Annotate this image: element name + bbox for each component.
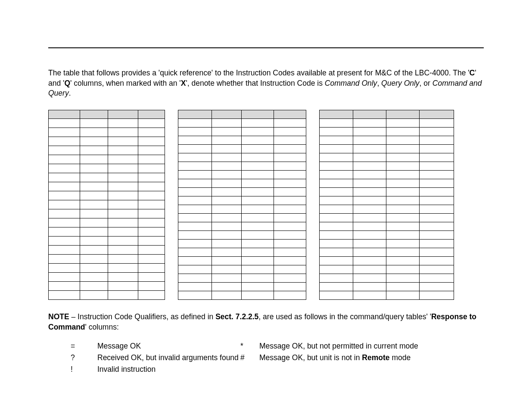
table-cell (108, 218, 138, 227)
table-cell (274, 274, 306, 282)
query-only: Query Only (381, 79, 420, 87)
table-cell (138, 128, 165, 137)
table-cell (386, 282, 420, 291)
table-cell (274, 144, 306, 153)
qualifier-table: = Message OK * Message OK, but not permi… (48, 340, 419, 376)
table-cell (108, 118, 138, 128)
table-cell (320, 170, 353, 179)
table-cell (212, 170, 242, 179)
table-row (320, 153, 454, 162)
table-cell (212, 179, 242, 187)
table-row (320, 127, 454, 136)
qualifier-symbol: ! (49, 364, 96, 375)
table-cell (353, 230, 386, 239)
table-cell (178, 153, 212, 162)
table-cell (353, 118, 386, 127)
table-cell (49, 164, 80, 173)
table-row (178, 187, 306, 196)
table-row (49, 164, 165, 173)
table-cell (80, 173, 108, 182)
table-cell (420, 136, 454, 144)
table-cell (80, 118, 108, 128)
note-text: – Instruction Code Qualifiers, as define… (69, 312, 216, 321)
note-text: ' columns: (85, 323, 119, 331)
table-cell (353, 222, 386, 230)
table-cell (80, 272, 108, 281)
qualifier-symbol: = (49, 341, 96, 352)
table-cell (49, 263, 80, 272)
table-cell (242, 213, 274, 222)
table-cell (49, 236, 80, 245)
table-cell (80, 137, 108, 146)
table-row (320, 256, 454, 265)
table-cell (274, 118, 306, 127)
table-row (320, 230, 454, 239)
table-cell (386, 127, 420, 136)
table-cell (212, 274, 242, 282)
table-cell (178, 196, 212, 205)
table-header-cell (212, 110, 242, 118)
table-cell (49, 155, 80, 164)
table-cell (178, 205, 212, 213)
table-cell (274, 170, 306, 179)
table-cell (320, 291, 353, 299)
table-cell (242, 187, 274, 196)
table-row (320, 291, 454, 299)
table-cell (178, 162, 212, 170)
table-cell (108, 191, 138, 200)
table-cell (274, 153, 306, 162)
letter-q: Q (64, 79, 70, 87)
table-row (178, 127, 306, 136)
command-only: Command Only (325, 79, 377, 87)
table-cell (80, 155, 108, 164)
table-cell (108, 146, 138, 155)
table-cell (80, 236, 108, 245)
table-cell (138, 118, 165, 128)
table-row (320, 213, 454, 222)
table-cell (274, 265, 306, 274)
table-cell (108, 137, 138, 146)
table-header-cell (108, 110, 138, 118)
reference-table-3 (319, 110, 454, 300)
table-cell (353, 265, 386, 274)
table-cell (420, 291, 454, 299)
table-cell (353, 213, 386, 222)
table-cell (386, 213, 420, 222)
table-cell (242, 170, 274, 179)
table-row (320, 136, 454, 144)
table-cell (353, 187, 386, 196)
table-row (320, 282, 454, 291)
table-cell (212, 153, 242, 162)
table-cell (80, 191, 108, 200)
table-cell (178, 256, 212, 265)
table-cell (108, 164, 138, 173)
table-row (178, 144, 306, 153)
qualifier-symbol: # (240, 352, 258, 363)
table-cell (138, 263, 165, 272)
table-cell (49, 218, 80, 227)
table-cell (320, 230, 353, 239)
table-cell (242, 127, 274, 136)
table-cell (212, 205, 242, 213)
table-cell (386, 291, 420, 299)
table-cell (242, 222, 274, 230)
qualifier-desc: Message OK, but unit is not in Remote mo… (259, 352, 418, 363)
document-page: The table that follows provides a 'quick… (0, 47, 532, 411)
table-cell (178, 179, 212, 187)
table-cell (353, 153, 386, 162)
table-cell (212, 127, 242, 136)
table-cell (138, 209, 165, 218)
intro-text: , (377, 79, 381, 87)
table-row (320, 222, 454, 230)
table-cell (80, 245, 108, 254)
table-cell (353, 136, 386, 144)
qualifier-row: = Message OK * Message OK, but not permi… (49, 341, 418, 352)
table-row (320, 205, 454, 213)
table-cell (320, 274, 353, 282)
table-cell (386, 118, 420, 127)
table-row (178, 239, 306, 248)
table-cell (108, 173, 138, 182)
table-row (178, 213, 306, 222)
tables-container (48, 110, 484, 300)
table-cell (353, 274, 386, 282)
